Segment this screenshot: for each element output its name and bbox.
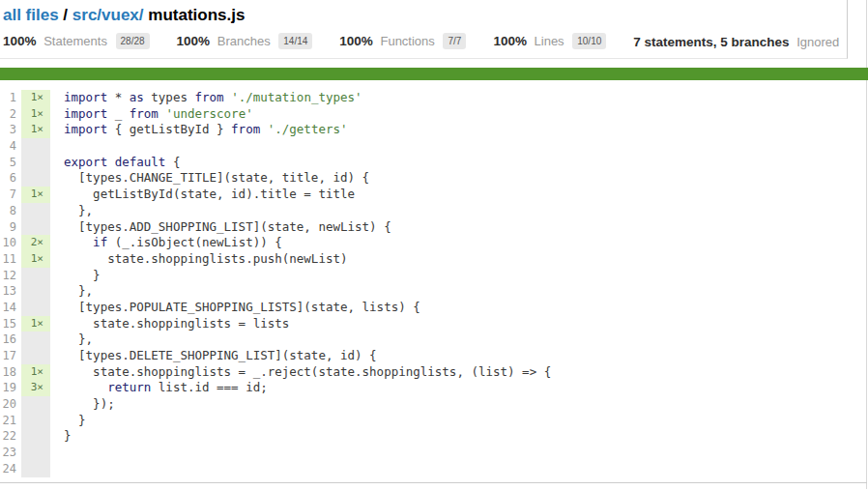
metric-percentage: 100% bbox=[3, 34, 37, 48]
line-code: import * as types from './mutation_types… bbox=[50, 90, 866, 106]
line-code: }, bbox=[50, 331, 866, 348]
line-code: state.shoppinglists = _.reject(state.sho… bbox=[50, 364, 866, 381]
line-hit-count bbox=[21, 445, 50, 461]
line-code: state.shoppinglists = lists bbox=[50, 316, 866, 332]
line-hit-count bbox=[21, 428, 50, 445]
line-hit-count: 1× bbox=[21, 364, 50, 381]
metric-item: 100% Functions 7/7 bbox=[339, 34, 466, 50]
line-hit-count bbox=[21, 268, 50, 284]
line-hit-count bbox=[21, 155, 50, 171]
table-row: 15 1× state.shoppinglists = lists bbox=[0, 316, 866, 332]
table-row: 10 2× if (_.isObject(newList)) { bbox=[0, 235, 866, 251]
line-code: } bbox=[50, 428, 866, 445]
table-row: 3 1× import { getListById } from './gett… bbox=[0, 122, 866, 138]
line-hit-count bbox=[21, 331, 50, 348]
metric-label: Statements bbox=[43, 34, 107, 48]
line-number: 6 bbox=[0, 170, 21, 187]
table-row: 6 [types.CHANGE_TITLE](state, title, id)… bbox=[0, 170, 866, 187]
metric-fraction: 10/10 bbox=[572, 33, 606, 49]
line-code: import { getListById } from './getters' bbox=[50, 122, 866, 138]
metric-percentage: 100% bbox=[339, 34, 373, 48]
ignored-label: Ignored bbox=[796, 35, 839, 49]
table-row: 19 3× return list.id === id; bbox=[0, 380, 866, 396]
line-hit-count bbox=[21, 283, 50, 300]
table-row: 11 1× state.shoppinglists.push(newList) bbox=[0, 251, 866, 268]
line-code: }); bbox=[50, 396, 866, 413]
table-row: 23 bbox=[0, 445, 866, 461]
table-row: 5 export default { bbox=[0, 155, 866, 171]
line-number: 17 bbox=[0, 348, 21, 364]
line-number: 22 bbox=[0, 428, 21, 445]
line-number: 7 bbox=[0, 187, 21, 203]
line-number: 21 bbox=[0, 413, 21, 429]
line-number: 24 bbox=[0, 461, 21, 477]
table-row: 4 bbox=[0, 138, 866, 155]
table-row: 24 bbox=[0, 461, 866, 477]
line-hit-count: 3× bbox=[21, 380, 50, 396]
line-code bbox=[50, 461, 866, 477]
line-hit-count: 1× bbox=[21, 90, 50, 106]
line-hit-count: 1× bbox=[21, 106, 50, 123]
line-number: 12 bbox=[0, 268, 21, 284]
table-row: 14 [types.POPULATE_SHOPPING_LISTS](state… bbox=[0, 300, 866, 316]
table-row: 22 } bbox=[0, 428, 866, 445]
line-code: return list.id === id; bbox=[50, 380, 866, 396]
line-hit-count bbox=[21, 219, 50, 236]
metric-label: Functions bbox=[380, 34, 434, 48]
line-number: 5 bbox=[0, 155, 21, 171]
line-code bbox=[50, 445, 866, 461]
table-row: 8 }, bbox=[0, 203, 866, 219]
coverage-report-page: all files / src/vuex/ mutations.js 100% … bbox=[0, 0, 867, 489]
line-code: [types.CHANGE_TITLE](state, title, id) { bbox=[50, 170, 866, 187]
line-code: } bbox=[50, 268, 866, 284]
table-row: 18 1× state.shoppinglists = _.reject(sta… bbox=[0, 364, 866, 381]
ignored-summary: 7 statements, 5 branches Ignored bbox=[633, 35, 843, 49]
metric-label: Lines bbox=[535, 34, 564, 48]
line-number: 15 bbox=[0, 316, 21, 332]
line-number: 13 bbox=[0, 283, 21, 300]
line-code: getListById(state, id).title = title bbox=[50, 187, 866, 203]
line-hit-count bbox=[21, 203, 50, 219]
metric-percentage: 100% bbox=[177, 34, 211, 48]
line-hit-count bbox=[21, 170, 50, 187]
line-code: [types.DELETE_SHOPPING_LIST](state, id) … bbox=[50, 348, 866, 364]
line-number: 2 bbox=[0, 106, 21, 123]
coverage-status-bar bbox=[0, 68, 868, 80]
metric-label: Branches bbox=[217, 34, 271, 48]
line-code: state.shoppinglists.push(newList) bbox=[50, 251, 866, 268]
coverage-metrics-row: 100% Statements 28/28 100% Branches 14/1… bbox=[3, 34, 843, 50]
line-number: 14 bbox=[0, 300, 21, 316]
table-row: 13 }, bbox=[0, 283, 866, 300]
line-code: if (_.isObject(newList)) { bbox=[50, 235, 866, 251]
line-hit-count bbox=[21, 348, 50, 364]
line-code: import _ from 'underscore' bbox=[50, 106, 866, 123]
source-code-view: 1 1× import * as types from './mutation_… bbox=[0, 90, 866, 477]
line-hit-count bbox=[21, 300, 50, 316]
line-hit-count bbox=[21, 413, 50, 429]
line-number: 9 bbox=[0, 219, 21, 236]
table-row: 12 } bbox=[0, 268, 866, 284]
table-row: 2 1× import _ from 'underscore' bbox=[0, 106, 866, 123]
line-number: 8 bbox=[0, 203, 21, 219]
ignored-counts: 7 statements, 5 branches bbox=[633, 35, 789, 49]
line-code: export default { bbox=[50, 155, 866, 171]
metric-item: 100% Lines 10/10 bbox=[493, 34, 606, 50]
line-number: 11 bbox=[0, 251, 21, 268]
metric-item: 100% Branches 14/14 bbox=[177, 34, 313, 50]
line-hit-count bbox=[21, 461, 50, 477]
metric-fraction: 28/28 bbox=[116, 33, 150, 49]
line-number: 18 bbox=[0, 364, 21, 381]
metric-item: 100% Statements 28/28 bbox=[3, 34, 150, 50]
breadcrumb-folder-link[interactable]: src/vuex/ bbox=[72, 6, 144, 24]
line-number: 3 bbox=[0, 122, 21, 138]
table-row: 21 } bbox=[0, 413, 866, 429]
line-number: 4 bbox=[0, 138, 21, 155]
line-number: 16 bbox=[0, 331, 21, 348]
line-code: [types.ADD_SHOPPING_LIST](state, newList… bbox=[50, 219, 866, 236]
line-code bbox=[50, 138, 866, 155]
line-number: 19 bbox=[0, 380, 21, 396]
breadcrumb-all-files-link[interactable]: all files bbox=[3, 6, 59, 24]
line-code: [types.POPULATE_SHOPPING_LISTS](state, l… bbox=[50, 300, 866, 316]
line-code: } bbox=[50, 413, 866, 429]
line-number: 20 bbox=[0, 396, 21, 413]
